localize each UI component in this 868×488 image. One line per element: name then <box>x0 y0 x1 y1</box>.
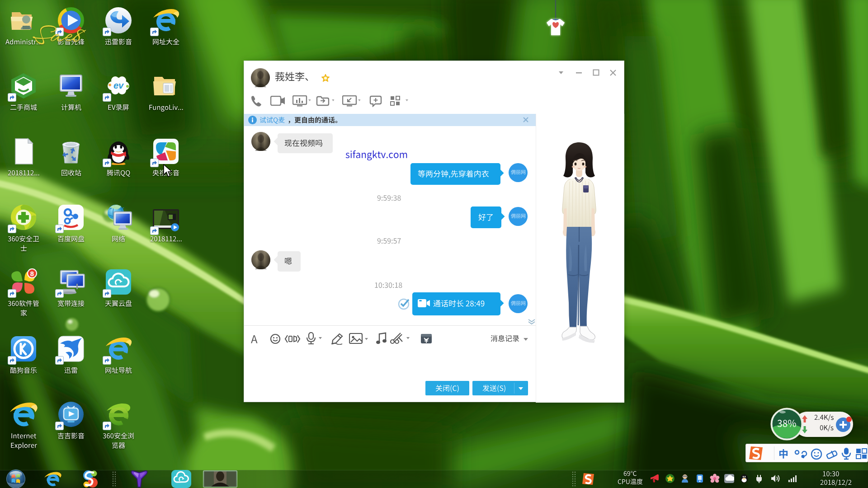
svg-text:8: 8 <box>30 270 34 277</box>
svg-text:ev: ev <box>113 80 124 90</box>
